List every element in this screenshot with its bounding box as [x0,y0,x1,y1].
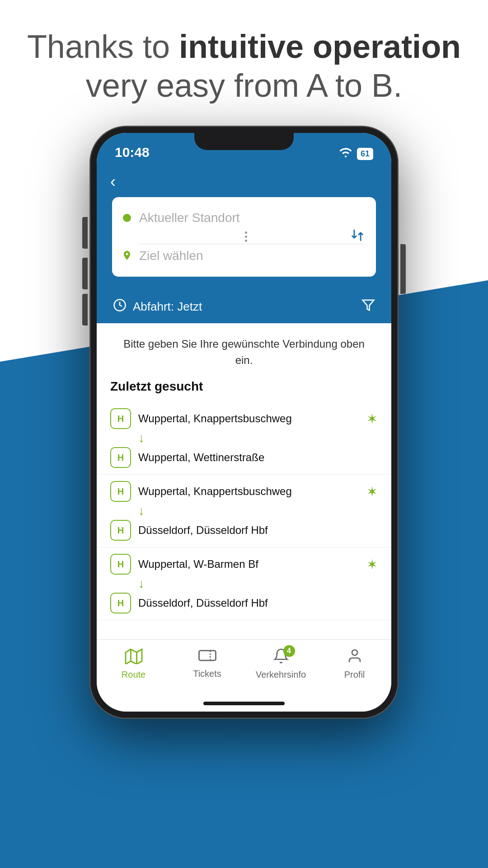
route-input-card: Aktueller Standort Zi [112,197,376,277]
person-icon [347,648,363,667]
nav-label-profil: Profil [344,670,365,680]
from-input[interactable]: Aktueller Standort [139,211,365,225]
svg-point-7 [352,650,357,656]
headline-text: Thanks to intuitive operationvery easy f… [0,27,488,105]
recently-searched-title: Zuletzt gesucht [97,375,391,402]
nav-item-route[interactable]: Route [97,648,170,680]
route-to-left: H Düsseldorf, Düsseldorf Hbf [110,520,268,541]
status-time: 10:48 [115,145,150,160]
route-from-left: H Wuppertal, Knappertsbuschweg [110,408,292,429]
favorite-icon[interactable]: ✶ [366,484,378,500]
station-icon: H [110,593,131,613]
app-header: ‹ Aktueller Standort [97,165,391,290]
info-message: Bitte geben Sie Ihre gewünschte Verbindu… [97,323,391,375]
clock-icon [113,298,127,315]
battery-indicator: 61 [357,148,373,160]
route-from-row: H Wuppertal, Knappertsbuschweg ✶ [110,481,378,502]
wifi-icon [339,147,352,160]
map-icon [125,648,143,667]
station-icon: H [110,408,131,429]
list-item[interactable]: H Wuppertal, Knappertsbuschweg ✶ ↓ H Wup… [97,402,391,475]
favorite-icon[interactable]: ✶ [366,411,378,427]
list-item[interactable]: H Wuppertal, Knappertsbuschweg ✶ ↓ H Düs… [97,475,391,547]
station-icon: H [110,554,131,575]
to-row[interactable]: Ziel wählen [123,244,365,268]
list-item[interactable]: H Wuppertal, W-Barmen Bf ✶ ↓ H Düsseldor… [97,547,391,620]
route-dots-divider [127,230,365,244]
station-icon: H [110,481,131,502]
departure-bar: Abfahrt: Jetzt [97,290,391,323]
favorite-icon[interactable]: ✶ [366,557,378,572]
station-to-name: Wuppertal, Wettinerstraße [138,451,264,464]
route-to-row: H Düsseldorf, Düsseldorf Hbf [110,520,378,541]
app-content: Bitte geben Sie Ihre gewünschte Verbindu… [97,323,391,620]
nav-label-route: Route [122,670,145,680]
route-from-left: H Wuppertal, W-Barmen Bf [110,554,258,575]
bell-badge-wrapper: 4 [272,648,290,667]
nav-label-tickets: Tickets [193,669,221,679]
notification-badge: 4 [283,645,295,657]
route-to-row: H Wuppertal, Wettinerstraße [110,447,378,468]
svg-marker-1 [363,300,374,311]
station-from-name: Wuppertal, W-Barmen Bf [138,558,258,571]
route-to-left: H Wuppertal, Wettinerstraße [110,447,264,468]
nav-item-tickets[interactable]: Tickets [170,648,244,679]
station-from-name: Wuppertal, Knappertsbuschweg [138,485,292,498]
station-from-name: Wuppertal, Knappertsbuschweg [138,412,292,425]
arrow-down-icon: ↓ [138,429,378,447]
station-to-name: Düsseldorf, Düsseldorf Hbf [138,597,268,609]
from-dot [123,214,131,222]
svg-rect-5 [199,651,216,660]
nav-item-profil[interactable]: Profil [318,648,391,680]
arrow-down-icon: ↓ [138,502,378,520]
bottom-navigation: Route Tickets [97,639,391,712]
departure-info[interactable]: Abfahrt: Jetzt [113,298,202,315]
station-icon: H [110,520,131,541]
to-input[interactable]: Ziel wählen [139,249,365,263]
home-indicator [203,702,285,705]
route-from-left: H Wuppertal, Knappertsbuschweg [110,481,292,502]
nav-item-verkehrsinfo[interactable]: 4 Verkehrsinfo [244,648,318,680]
route-to-row: H Düsseldorf, Düsseldorf Hbf [110,593,378,613]
headline-area: Thanks to intuitive operationvery easy f… [0,27,488,105]
from-row[interactable]: Aktueller Standort [123,206,365,230]
filter-icon[interactable] [361,298,375,315]
station-to-name: Düsseldorf, Düsseldorf Hbf [138,524,268,537]
phone-notch [194,133,294,150]
nav-label-verkehrsinfo: Verkehrsinfo [256,670,306,680]
phone-mockup: 10:48 61 ‹ [90,127,398,718]
route-to-left: H Düsseldorf, Düsseldorf Hbf [110,593,268,613]
swap-button[interactable] [350,228,365,246]
svg-marker-2 [126,649,142,664]
route-from-row: H Wuppertal, W-Barmen Bf ✶ [110,554,378,575]
ticket-icon [198,648,216,666]
status-icons: 61 [339,147,373,160]
route-from-row: H Wuppertal, Knappertsbuschweg ✶ [110,408,378,429]
station-icon: H [110,447,131,468]
back-button[interactable]: ‹ [110,174,378,190]
arrow-down-icon: ↓ [138,575,378,593]
